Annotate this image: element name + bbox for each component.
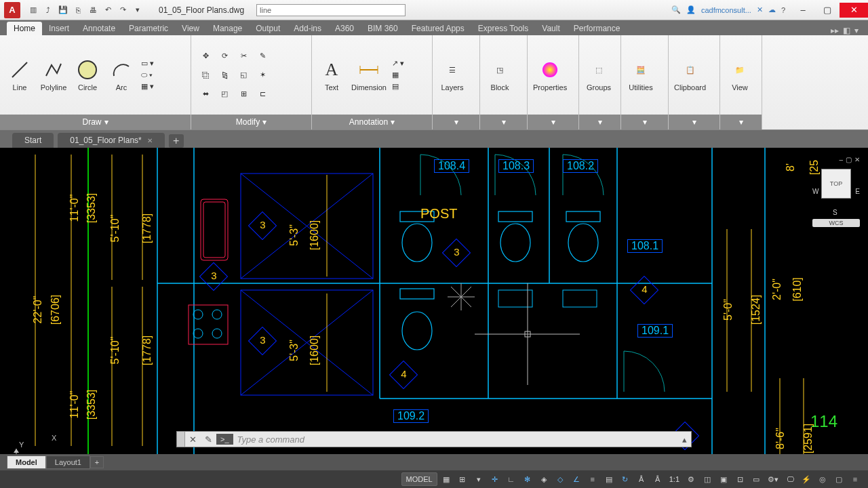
cmd-grip-icon[interactable] (177, 432, 185, 447)
help-icon[interactable]: ? (781, 6, 785, 14)
dyninput-icon[interactable]: ✛ (488, 472, 502, 486)
cycling-icon[interactable]: ↻ (618, 472, 633, 486)
qat-open-icon[interactable]: ⤴ (41, 3, 55, 17)
quickprops-icon[interactable]: ▣ (716, 472, 731, 486)
otrack-icon[interactable]: ∠ (569, 472, 584, 486)
view-cube[interactable]: –▢✕ N S W E TOP WCS (812, 156, 860, 227)
qat-more-icon[interactable]: ▾ (131, 3, 144, 17)
view-button[interactable]: 📁View (726, 58, 754, 92)
arc-button[interactable]: Arc (107, 58, 136, 92)
account-label[interactable]: cadfmconsult... (701, 6, 751, 14)
copy-icon[interactable]: ⿻ (197, 66, 214, 84)
tab-bim360[interactable]: BIM 360 (361, 22, 405, 35)
qat-plot-icon[interactable]: 🖶 (86, 3, 100, 17)
layout-tab-add[interactable]: + (90, 456, 104, 468)
cleanscreen-icon[interactable]: ▢ (831, 472, 846, 486)
tab-a360[interactable]: A360 (328, 22, 361, 35)
vc-top-face[interactable]: TOP (821, 169, 851, 199)
tab-parametric[interactable]: Parametric (122, 22, 175, 35)
osnap-icon[interactable]: ◇ (553, 472, 568, 486)
exchange-icon[interactable]: ✕ (757, 5, 763, 14)
qat-undo-icon[interactable]: ↶ (101, 3, 115, 17)
tab-manage[interactable]: Manage (206, 22, 249, 35)
cmd-history-icon[interactable]: ▴ (678, 434, 691, 445)
grid-icon[interactable]: ▦ (439, 472, 454, 486)
panel-block-title[interactable]: ▾ (480, 115, 527, 129)
tab-insert[interactable]: Insert (42, 22, 76, 35)
mtext-icon[interactable]: ▤ (392, 82, 404, 91)
app-icon[interactable]: A (4, 2, 20, 18)
layers-button[interactable]: ☰Layers (438, 58, 467, 92)
infer-icon[interactable]: ▾ (471, 472, 486, 486)
ribbon-collapse-icon[interactable]: ◧ (843, 26, 850, 35)
a360-icon[interactable]: ☁ (768, 5, 776, 14)
annoviz-icon[interactable]: Å (650, 472, 665, 486)
transparency-icon[interactable]: ▤ (601, 472, 616, 486)
gear-icon[interactable]: ⚙ (684, 472, 698, 486)
tab-view[interactable]: View (175, 22, 206, 35)
close-tab-icon[interactable]: ✕ (147, 137, 153, 144)
qat-saveas-icon[interactable]: ⎘ (71, 3, 85, 17)
panel-clipboard-title[interactable]: ▾ (669, 115, 719, 129)
tab-featured[interactable]: Featured Apps (405, 22, 471, 35)
fillet-icon[interactable]: ◱ (235, 66, 252, 84)
dimension-button[interactable]: Dimension (351, 58, 387, 92)
cmd-close-icon[interactable]: ✕ (185, 434, 201, 445)
search-icon[interactable]: 🔍 (671, 5, 681, 14)
mirror-icon[interactable]: ⧎ (216, 66, 233, 84)
cmd-input[interactable]: Type a command (237, 434, 678, 445)
iso-icon[interactable]: ◈ (536, 472, 551, 486)
units-icon[interactable]: ▭ (749, 472, 764, 486)
text-button[interactable]: AText (317, 58, 346, 92)
table-icon[interactable]: ▦ (392, 70, 404, 79)
isolate-icon[interactable]: ◎ (815, 472, 830, 486)
panel-annotation-title[interactable]: Annotation ▾ (312, 115, 432, 129)
ortho-icon[interactable]: ∟ (504, 472, 519, 486)
tab-addins[interactable]: Add-ins (287, 22, 328, 35)
tab-output[interactable]: Output (249, 22, 287, 35)
explode-icon[interactable]: ✶ (254, 66, 271, 84)
polar-icon[interactable]: ✻ (520, 472, 535, 486)
command-line[interactable]: ✕ ✎ >_ Type a command ▴ (176, 431, 692, 447)
ellipse-icon[interactable]: ⬭ ▾ (141, 70, 154, 79)
circle-button[interactable]: Circle (73, 58, 102, 92)
tab-express[interactable]: Express Tools (471, 22, 535, 35)
file-tab-add[interactable]: + (169, 134, 184, 148)
move-icon[interactable]: ✥ (197, 47, 214, 65)
tab-vault[interactable]: Vault (535, 22, 566, 35)
close-button[interactable]: ✕ (840, 3, 868, 18)
layout-tab-layout1[interactable]: Layout1 (46, 455, 90, 469)
array-icon[interactable]: ⊞ (235, 85, 252, 103)
stretch-icon[interactable]: ⬌ (197, 85, 214, 103)
panel-layers-title[interactable]: ▾ (433, 115, 479, 129)
snap-icon[interactable]: ⊞ (455, 472, 470, 486)
ttr-icon[interactable]: ⊡ (732, 472, 747, 486)
lineweight-icon[interactable]: ≡ (585, 472, 600, 486)
tab-annotate[interactable]: Annotate (76, 22, 122, 35)
scale-button[interactable]: 1:1 (667, 472, 682, 486)
panel-view-title[interactable]: ▾ (720, 115, 762, 129)
scale-icon[interactable]: ◰ (216, 85, 233, 103)
panel-draw-title[interactable]: Draw ▾ (0, 115, 191, 129)
rotate-icon[interactable]: ⟳ (216, 47, 233, 65)
maximize-button[interactable]: ▢ (815, 3, 840, 18)
block-button[interactable]: ◳Block (486, 58, 514, 92)
groups-button[interactable]: ⬚Groups (585, 58, 613, 92)
trim-icon[interactable]: ✂ (235, 47, 252, 65)
file-tab-doc[interactable]: 01_05_Floor Plans*✕ (58, 133, 164, 148)
tab-home[interactable]: Home (7, 22, 42, 35)
account-icon[interactable]: 👤 (686, 5, 696, 14)
qat-new-icon[interactable]: ▥ (26, 3, 40, 17)
rectangle-icon[interactable]: ▭ ▾ (141, 59, 154, 68)
qat-save-icon[interactable]: 💾 (56, 3, 70, 17)
status-model-button[interactable]: MODEL (401, 472, 437, 486)
tab-performance[interactable]: Performance (567, 22, 627, 35)
layout-tab-model[interactable]: Model (7, 455, 46, 469)
minimize-button[interactable]: – (791, 3, 815, 18)
vpmax-icon[interactable]: ◫ (700, 472, 715, 486)
polyline-button[interactable]: Polyline (39, 58, 68, 92)
utilities-button[interactable]: 🧮Utilities (627, 58, 655, 92)
monitor-icon[interactable]: 🖵 (783, 472, 797, 486)
leader-icon[interactable]: ↗ ▾ (392, 59, 404, 68)
hardware-icon[interactable]: ⚡ (799, 472, 814, 486)
